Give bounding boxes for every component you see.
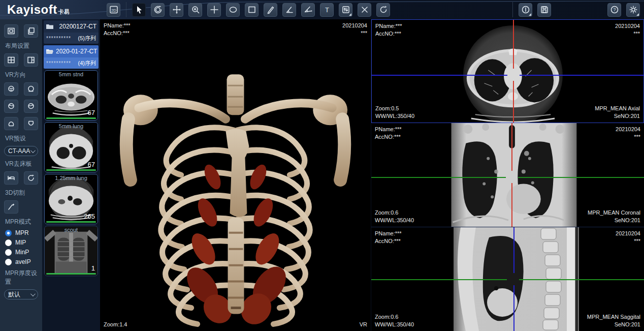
axial-crosshair-horizontal[interactable] (372, 75, 507, 76)
vr-orient-anterior-button[interactable] (4, 82, 18, 96)
sagittal-crosshair-vertical[interactable] (513, 285, 514, 331)
reset-icon (27, 174, 35, 182)
folder-closed-icon (46, 23, 54, 29)
bed-icon (7, 174, 15, 182)
patient-name: PName:*** (375, 230, 402, 237)
vr-orient-right-button[interactable] (24, 100, 38, 113)
layout-split-button[interactable] (24, 53, 38, 67)
layout-split-icon (27, 56, 35, 64)
medical-imaging-workstation: Kayisoft 卡易 2D (0, 0, 644, 331)
settings-button[interactable] (626, 3, 640, 17)
vr-patient-overlay: PName:*** AccNO:*** (104, 22, 131, 37)
logo-text: Kayisoft (7, 3, 57, 17)
cursor-tool-button[interactable] (132, 3, 146, 17)
sagittal-crosshair-horizontal[interactable] (519, 279, 644, 280)
coronal-crosshair-vertical[interactable] (511, 183, 512, 227)
vr-preset-section-label: VR预设 (5, 134, 38, 143)
sagittal-viewport[interactable]: PName:*** AccNO:*** 20210204 *** Zoom:0.… (371, 227, 644, 331)
pan-tool-button[interactable] (170, 3, 183, 17)
sagittal-patient-overlay: PName:*** AccNO:*** (375, 230, 402, 245)
study-item-1[interactable]: 20200127-CT ********** (5)序列 (44, 20, 99, 44)
vr-orient-anterior-icon (7, 85, 15, 93)
coronal-study-overlay: 20210204 *** (616, 126, 640, 141)
series-thumbnail-125mm-lung[interactable]: 1.25mm lung 265 (44, 174, 98, 224)
patient-name: PName:*** (375, 22, 402, 30)
mpr-thickness-dropdown[interactable]: 默认 (4, 289, 38, 299)
vr-orient-head-icon (7, 119, 15, 128)
study-date: 20210204 (615, 22, 640, 30)
series-thumbnail-scout[interactable]: scout 1 (44, 226, 98, 276)
svg-text:2D: 2D (111, 8, 116, 13)
reset-tool-button[interactable] (376, 3, 390, 17)
pencil-tool-button[interactable] (264, 3, 277, 17)
mpr-mode-radio-mip[interactable]: MIP (4, 239, 38, 246)
radio-icon (5, 239, 12, 246)
coronal-crosshair-vertical[interactable] (511, 123, 512, 171)
mpr-mode-radio-aveip[interactable]: aveIP (4, 258, 38, 265)
vr-mode-overlay: VR (360, 321, 367, 328)
angle-tool-button[interactable] (282, 3, 296, 17)
toolbar: Kayisoft 卡易 2D (0, 0, 644, 19)
cobb-angle-tool-button[interactable] (301, 3, 315, 17)
dropdown-corner (636, 13, 639, 16)
mpr-mode-radio-minp[interactable]: MinP (4, 249, 38, 256)
zoom-tool-button[interactable] (188, 3, 202, 17)
chevron-down-icon (30, 148, 36, 153)
sagittal-crosshair-vertical[interactable] (513, 227, 514, 273)
info-button[interactable] (519, 3, 532, 17)
coronal-viewport[interactable]: PName:*** AccNO:*** 20210204 *** Zoom:0.… (371, 123, 644, 227)
coronal-crosshair-horizontal[interactable] (371, 177, 506, 178)
vr-preset-dropdown[interactable]: CT-AAA (4, 146, 38, 156)
series-number: SeNO:201 (595, 112, 640, 120)
rotate-3d-tool-button[interactable] (151, 3, 165, 17)
study-item-2[interactable]: 2020-01-27-CT ********** (4)序列 (44, 45, 99, 69)
thumbnail-progress-bar (46, 169, 96, 171)
radio-icon (5, 259, 12, 265)
cobb-angle-icon (304, 5, 313, 14)
help-button[interactable]: ? (607, 3, 621, 17)
window-level-tool-button[interactable] (339, 3, 352, 17)
dropdown-corner (349, 13, 351, 16)
axial-viewport[interactable]: PName:*** AccNO:*** 20210204 *** Zoom:0.… (371, 19, 644, 123)
axial-crosshair-horizontal[interactable] (520, 75, 643, 76)
layout-compare-button[interactable] (24, 24, 38, 38)
ellipse-icon (229, 5, 238, 14)
vr-orient-left-icon (7, 102, 15, 110)
vr-orient-foot-button[interactable] (24, 117, 38, 130)
cut-3d-button[interactable] (4, 200, 18, 214)
thumbnail-progress-bar (46, 273, 96, 275)
toolbar-separator (126, 2, 126, 17)
coronal-crosshair-horizontal[interactable] (518, 177, 644, 178)
patient-name: PName:*** (375, 126, 402, 133)
thumbnail-image-count: 265 (84, 213, 95, 220)
vr-reset-button[interactable] (24, 171, 38, 185)
layout-single-button[interactable] (4, 24, 18, 38)
delete-x-icon (360, 5, 369, 14)
axial-crosshair-vertical[interactable] (513, 20, 514, 69)
axial-crosshair-vertical[interactable] (513, 81, 514, 123)
layout-grid-2x2-button[interactable] (4, 53, 18, 67)
text-tool-button[interactable]: T (320, 3, 334, 17)
study-series-count: (4)序列 (78, 59, 96, 67)
sagittal-crosshair-horizontal[interactable] (371, 279, 507, 280)
sagittal-study-overlay: 20210204 *** (616, 230, 640, 245)
vr-viewport[interactable]: PName:*** AccNO:*** 20210204 *** Zoom:1.… (100, 19, 371, 331)
remove-bed-button[interactable] (4, 171, 18, 185)
2d-view-button[interactable]: 2D (107, 3, 120, 17)
accession-number: AccNO:*** (104, 29, 131, 37)
delete-tool-button[interactable] (358, 3, 371, 17)
zoom-in-icon (191, 5, 200, 14)
thumbnail-label: 5mm stnd (45, 71, 98, 77)
crosshair-tool-button[interactable] (207, 3, 221, 17)
angle-icon (285, 5, 294, 14)
vr-orient-posterior-button[interactable] (24, 82, 38, 96)
save-button[interactable] (537, 3, 551, 17)
series-thumbnail-5mm-stnd[interactable]: 5mm stnd 67 (44, 70, 98, 121)
help-icon: ? (610, 5, 619, 14)
vr-orient-head-button[interactable] (4, 117, 18, 130)
ellipse-tool-button[interactable] (226, 3, 240, 17)
rectangle-tool-button[interactable] (245, 3, 259, 17)
mpr-mode-radio-mpr[interactable]: MPR (4, 229, 38, 236)
series-thumbnail-5mm-lung[interactable]: 5mm lung 67 (44, 122, 98, 172)
vr-orient-left-button[interactable] (4, 100, 18, 113)
